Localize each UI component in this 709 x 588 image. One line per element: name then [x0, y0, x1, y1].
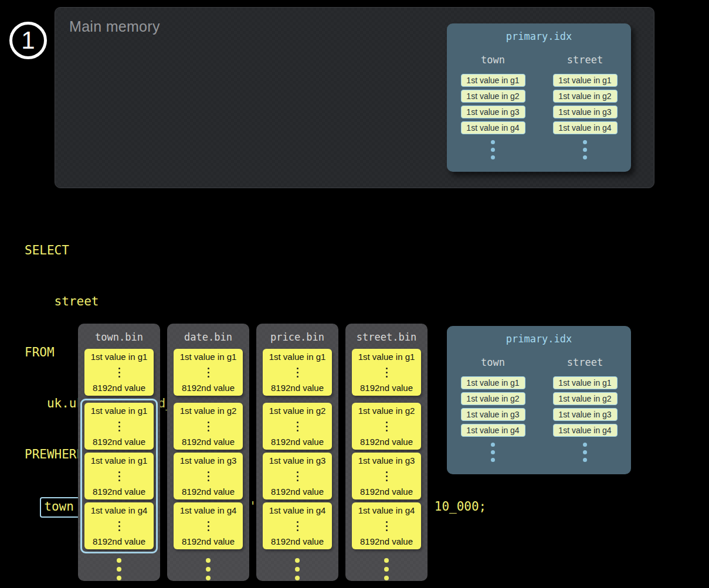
- index-mark-chip: 1st value in g1: [553, 376, 618, 389]
- column-header-town: town: [481, 356, 505, 369]
- granule-last-value: 8192nd value: [271, 437, 324, 447]
- index-mark-list: 1st value in g1 1st value in g2 1st valu…: [461, 74, 525, 134]
- ellipsis-vertical-icon: [208, 368, 209, 378]
- granule-first-value: 1st value in g1: [358, 352, 415, 362]
- column-header-street: street: [567, 54, 603, 67]
- granule-last-value: 8192nd value: [93, 536, 145, 546]
- granule-block: 1st value in g1 8192nd value: [84, 403, 154, 450]
- granule-first-value: 1st value in g3: [269, 456, 326, 465]
- granule-first-value: 1st value in g4: [180, 505, 237, 515]
- granule-last-value: 8192nd value: [182, 437, 235, 447]
- more-granules-dots-icon: [295, 558, 300, 580]
- main-memory-label: Main memory: [69, 18, 160, 35]
- granule-last-value: 8192nd value: [182, 487, 235, 497]
- ellipsis-vertical-icon: [297, 521, 298, 531]
- ellipsis-vertical-icon: [386, 471, 388, 481]
- more-marks-dots-icon: [583, 443, 587, 462]
- granule-first-value: 1st value in g1: [91, 352, 148, 362]
- index-mark-chip: 1st value in g1: [553, 74, 618, 87]
- granule-group: 1st value in g2 8192nd value 1st value i…: [169, 399, 247, 553]
- bin-file-panel-date: date.bin 1st value in g1 8192nd value 1s…: [167, 324, 249, 581]
- granule-block: 1st value in g2 8192nd value: [352, 403, 421, 450]
- granule-block: 1st value in g1 8192nd value: [84, 349, 154, 396]
- granule-last-value: 8192nd value: [93, 437, 145, 447]
- primary-idx-title: primary.idx: [447, 326, 631, 345]
- granule-block: 1st value in g1 8192nd value: [263, 349, 332, 396]
- granule-first-value: 1st value in g2: [269, 406, 326, 416]
- index-mark-chip: 1st value in g2: [553, 392, 618, 405]
- index-mark-list: 1st value in g1 1st value in g2 1st valu…: [461, 376, 525, 437]
- primary-idx-title: primary.idx: [447, 23, 631, 42]
- more-granules-dots-icon: [206, 558, 211, 580]
- granule-last-value: 8192nd value: [93, 487, 145, 497]
- index-mark-chip: 1st value in g2: [461, 392, 525, 405]
- ellipsis-vertical-icon: [208, 521, 209, 531]
- index-mark-chip: 1st value in g3: [553, 408, 618, 421]
- granule-block: 1st value in g4 8192nd value: [263, 502, 332, 549]
- granule-first-value: 1st value in g1: [269, 352, 326, 362]
- granule-last-value: 8192nd value: [182, 383, 235, 393]
- ellipsis-vertical-icon: [118, 471, 120, 481]
- more-marks-dots-icon: [583, 140, 587, 159]
- granule-first-value: 1st value in g3: [358, 456, 415, 465]
- granule-block: 1st value in g4 8192nd value: [174, 502, 243, 549]
- ellipsis-vertical-icon: [208, 422, 209, 431]
- sql-indent: [25, 499, 39, 514]
- index-mark-chip: 1st value in g3: [461, 408, 525, 421]
- index-mark-chip: 1st value in g1: [461, 376, 525, 389]
- step-1-badge: 1: [9, 22, 47, 59]
- granule-first-value: 1st value in g1: [91, 406, 148, 416]
- index-column-street: street 1st value in g1 1st value in g2 1…: [539, 356, 631, 462]
- granule-first-value: 1st value in g1: [91, 456, 148, 465]
- granule-last-value: 8192nd value: [360, 536, 413, 546]
- bin-file-title: street.bin: [345, 324, 428, 349]
- granule-group: 1st value in g2 8192nd value 1st value i…: [348, 399, 425, 553]
- more-granules-dots-icon: [117, 558, 121, 580]
- primary-idx-columns: town 1st value in g1 1st value in g2 1st…: [447, 356, 631, 462]
- index-column-town: town 1st value in g1 1st value in g2 1st…: [447, 356, 539, 462]
- granule-list: 1st value in g1 8192nd value 1st value i…: [256, 349, 338, 580]
- index-column-street: street 1st value in g1 1st value in g2 1…: [539, 54, 631, 159]
- granule-last-value: 8192nd value: [360, 383, 413, 393]
- bin-file-panel-street: street.bin 1st value in g1 8192nd value …: [345, 324, 428, 581]
- granule-block: 1st value in g2 8192nd value: [263, 403, 332, 450]
- granule-block: 1st value in g1 8192nd value: [84, 453, 154, 499]
- sql-line-street: street: [25, 293, 486, 310]
- sql-line-select: SELECT: [25, 242, 486, 259]
- index-mark-chip: 1st value in g2: [553, 90, 618, 103]
- ellipsis-vertical-icon: [118, 422, 120, 431]
- index-mark-chip: 1st value in g3: [553, 106, 618, 118]
- granule-last-value: 8192nd value: [360, 487, 413, 497]
- granule-first-value: 1st value in g2: [180, 406, 237, 416]
- index-mark-chip: 1st value in g4: [461, 121, 525, 134]
- index-mark-list: 1st value in g1 1st value in g2 1st valu…: [553, 74, 618, 134]
- granule-list: 1st value in g1 8192nd value 1st value i…: [78, 349, 160, 580]
- granule-block: 1st value in g2 8192nd value: [174, 403, 243, 450]
- ellipsis-vertical-icon: [297, 471, 298, 481]
- bin-files-row: town.bin 1st value in g1 8192nd value 1s…: [78, 324, 428, 581]
- granule-block: 1st value in g1 8192nd value: [174, 349, 243, 396]
- index-mark-chip: 1st value in g4: [553, 121, 618, 134]
- index-mark-chip: 1st value in g3: [461, 106, 525, 118]
- index-mark-chip: 1st value in g1: [461, 74, 525, 87]
- ellipsis-vertical-icon: [118, 368, 120, 378]
- more-marks-dots-icon: [491, 443, 495, 462]
- granule-block: 1st value in g1 8192nd value: [352, 349, 421, 396]
- ellipsis-vertical-icon: [297, 368, 298, 378]
- bin-file-panel-town: town.bin 1st value in g1 8192nd value 1s…: [78, 324, 160, 581]
- granule-first-value: 1st value in g3: [180, 456, 237, 465]
- column-header-street: street: [567, 356, 603, 369]
- granule-last-value: 8192nd value: [271, 383, 324, 393]
- granule-block: 1st value in g4 8192nd value: [352, 502, 421, 549]
- granule-list: 1st value in g1 8192nd value 1st value i…: [345, 349, 428, 580]
- granule-last-value: 8192nd value: [360, 437, 413, 447]
- granule-last-value: 8192nd value: [182, 536, 235, 546]
- more-granules-dots-icon: [384, 558, 389, 580]
- ellipsis-vertical-icon: [386, 521, 388, 531]
- primary-idx-panel-memory: primary.idx town 1st value in g1 1st val…: [447, 23, 631, 172]
- granule-first-value: 1st value in g1: [180, 352, 237, 362]
- selected-granules-highlight: 1st value in g1 8192nd value 1st value i…: [80, 399, 158, 553]
- granule-block: 1st value in g4 8192nd value: [84, 502, 154, 549]
- index-mark-chip: 1st value in g4: [553, 424, 618, 437]
- ellipsis-vertical-icon: [386, 368, 388, 378]
